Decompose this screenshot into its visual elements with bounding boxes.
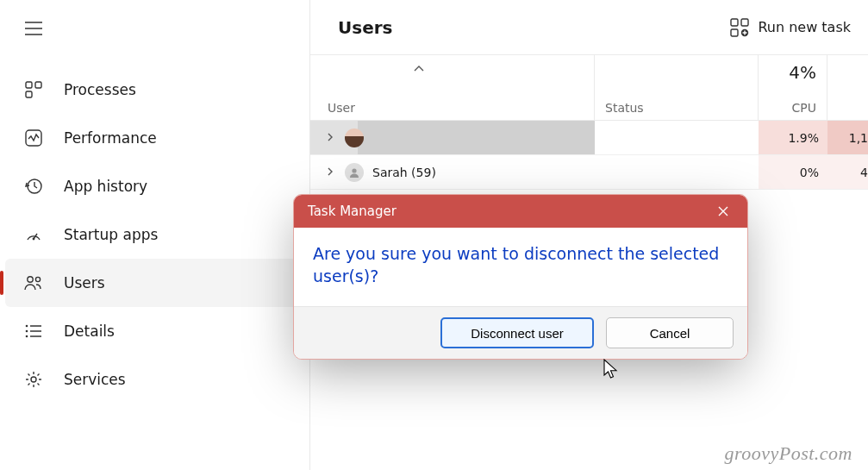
cancel-button[interactable]: Cancel (606, 317, 734, 348)
dialog-title: Task Manager (308, 204, 397, 219)
svg-point-10 (26, 335, 28, 338)
cpu-total-value: 4% (769, 62, 816, 83)
memory-cell: 4 (827, 155, 868, 189)
hamburger-button[interactable] (14, 9, 53, 48)
sidebar-item-services[interactable]: Services (0, 355, 309, 404)
dialog-message: Are you sure you want to disconnect the … (294, 228, 747, 306)
nav-label: Details (64, 323, 115, 340)
avatar (345, 128, 364, 147)
users-icon (22, 274, 45, 291)
svg-point-8 (26, 325, 28, 328)
sort-caret-icon[interactable] (414, 60, 424, 74)
topbar: Users Run new task (310, 0, 868, 55)
svg-point-16 (352, 168, 356, 172)
disconnect-user-button[interactable]: Disconnect user (440, 317, 594, 348)
run-task-icon (730, 18, 749, 37)
col-status-label: Status (605, 101, 747, 115)
sidebar-item-app-history[interactable]: App history (0, 162, 309, 210)
nav-label: Performance (64, 129, 157, 147)
col-user-label: User (328, 101, 584, 115)
user-cell[interactable] (310, 121, 595, 154)
svg-rect-14 (731, 29, 738, 36)
pulse-icon (22, 129, 45, 147)
sidebar-item-startup-apps[interactable]: Startup apps (0, 210, 309, 259)
svg-rect-2 (26, 91, 32, 97)
sidebar-item-processes[interactable]: Processes (0, 66, 309, 114)
cpu-cell: 1.9% (759, 121, 827, 154)
svg-point-6 (28, 277, 33, 282)
sidebar-item-performance[interactable]: Performance (0, 114, 309, 162)
svg-rect-13 (741, 19, 748, 26)
column-header-user[interactable]: User (310, 55, 595, 120)
table-row[interactable]: Sarah (59) 0% 4 (310, 155, 868, 190)
avatar (345, 163, 364, 182)
svg-rect-12 (731, 19, 738, 26)
close-icon (717, 205, 729, 217)
run-new-task-button[interactable]: Run new task (730, 18, 851, 37)
hamburger-icon (25, 22, 42, 35)
svg-point-7 (35, 277, 40, 281)
col-cpu-label: CPU (769, 101, 816, 115)
sidebar-item-users[interactable]: Users (5, 259, 304, 307)
watermark: groovyPost.com (724, 442, 852, 465)
table-header: User Status 4% CPU (310, 55, 868, 121)
chevron-right-icon[interactable] (326, 166, 336, 179)
svg-rect-1 (35, 82, 41, 88)
run-new-task-label: Run new task (758, 19, 851, 35)
nav-label: Users (64, 274, 105, 291)
confirm-dialog: Task Manager Are you sure you want to di… (293, 194, 748, 360)
nav-label: Startup apps (64, 226, 158, 243)
user-name: Sarah (59) (372, 166, 436, 179)
user-cell[interactable]: Sarah (59) (310, 155, 595, 189)
gear-icon (22, 371, 45, 388)
chevron-right-icon[interactable] (326, 132, 336, 144)
column-header-memory[interactable] (827, 55, 868, 120)
page-title: Users (338, 17, 392, 38)
dialog-footer: Disconnect user Cancel (294, 306, 747, 359)
sidebar-item-details[interactable]: Details (0, 307, 309, 355)
svg-rect-3 (26, 130, 41, 146)
grid-icon (22, 81, 45, 98)
nav-label: App history (64, 178, 147, 195)
close-button[interactable] (711, 199, 735, 223)
list-icon (22, 323, 45, 340)
svg-point-5 (33, 238, 35, 241)
table-row[interactable]: 1.9% 1,1 (310, 121, 868, 155)
history-icon (22, 178, 45, 195)
svg-point-11 (31, 377, 36, 382)
column-header-cpu[interactable]: 4% CPU (759, 55, 827, 120)
svg-point-9 (26, 330, 28, 333)
gauge-icon (22, 226, 45, 243)
sidebar: Processes Performance App history Startu… (0, 0, 310, 470)
dialog-titlebar[interactable]: Task Manager (294, 195, 747, 228)
cpu-cell: 0% (759, 155, 827, 189)
column-header-status[interactable]: Status (595, 55, 759, 120)
nav-label: Services (64, 371, 126, 388)
status-cell (595, 155, 759, 189)
nav-label: Processes (64, 81, 136, 98)
status-cell (595, 121, 759, 154)
memory-cell: 1,1 (827, 121, 868, 154)
svg-rect-0 (26, 82, 32, 88)
